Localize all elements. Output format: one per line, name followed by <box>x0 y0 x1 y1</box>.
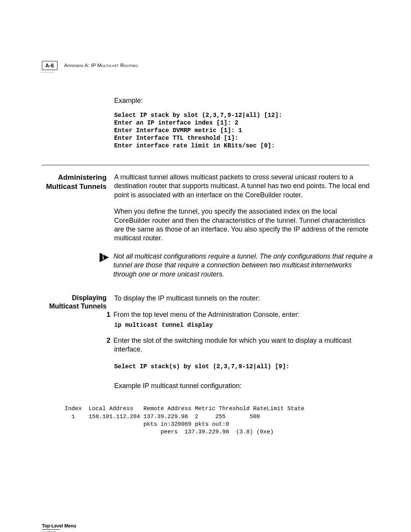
svg-text:i: i <box>102 254 104 260</box>
section-heading-admin-tunnels: Administering Multicast Tunnels <box>42 173 107 191</box>
info-note-text: Not all multicast configurations require… <box>113 252 373 279</box>
body-paragraph: A multicast tunnel allows multicast pack… <box>114 173 373 200</box>
info-icon: i <box>99 252 110 263</box>
prompt-terminal: Select IP stack(s) by slot (2,3,7,9-12|a… <box>114 363 373 371</box>
command-text: ip multicast tunnel display <box>114 322 373 329</box>
menu-title: Top-Level Menu <box>42 523 141 529</box>
page-number: A-6 <box>42 61 57 70</box>
top-level-menu-diagram: Top-Level Menu systemethernetfdditokenri… <box>42 523 141 532</box>
example-config-label: Example IP multicast tunnel configuratio… <box>114 382 373 390</box>
step-1-body: From the top level menu of the Administr… <box>113 311 299 318</box>
menu-item: system <box>42 530 60 532</box>
decorative-dots: ......... <box>41 69 54 73</box>
appendix-title: Appendix A: IP Multicast Routing <box>64 61 138 68</box>
divider <box>42 165 369 165</box>
step-number: 2 <box>104 336 110 345</box>
intro-text: To display the IP multicast tunnels on t… <box>114 294 373 303</box>
body-paragraph: When you define the tunnel, you specify … <box>114 207 373 243</box>
svg-marker-0 <box>100 252 109 262</box>
step-number: 1 <box>104 310 110 319</box>
tunnel-config-output: Index Local Address Remote Address Metri… <box>65 405 377 436</box>
step-2-text: 2Enter the slot of the switching module … <box>114 336 373 354</box>
step-2-body: Enter the slot of the switching module f… <box>113 337 351 353</box>
example-label: Example: <box>114 97 373 105</box>
example-terminal: Select IP stack by slot (2,3,7,9-12|all)… <box>114 112 373 150</box>
step-1-text: 1From the top level menu of the Administ… <box>114 310 373 319</box>
section-heading-display-tunnels: Displaying Multicast Tunnels <box>42 294 107 310</box>
